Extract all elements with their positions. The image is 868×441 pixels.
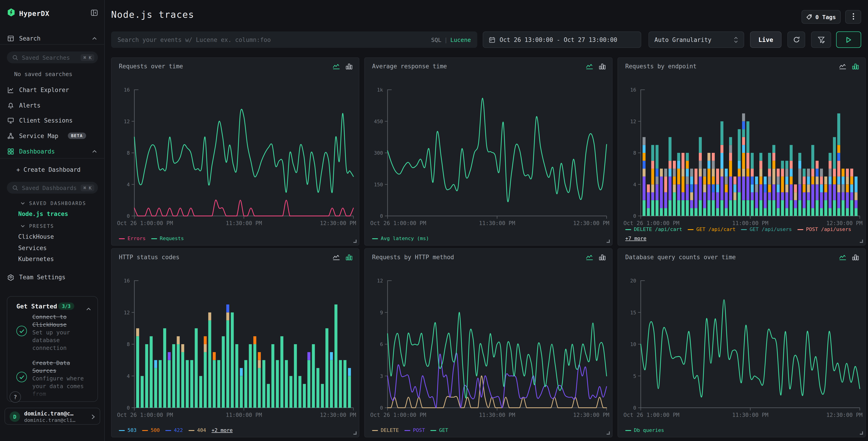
svg-text:12:30:00 PM: 12:30:00 PM [320, 220, 356, 227]
play-icon [846, 36, 851, 43]
svg-text:12: 12 [377, 278, 383, 284]
logo[interactable]: HyperDX [7, 8, 50, 19]
event-search-input[interactable]: Search your events w/ Lucene ex. column:… [111, 31, 477, 48]
user-name: dominic.tran@c… [24, 410, 73, 417]
svg-text:12: 12 [124, 119, 130, 124]
sidebar-item-chart-explorer[interactable]: Chart Explorer [7, 85, 69, 95]
live-button[interactable]: Live [750, 31, 781, 48]
svg-text:10: 10 [630, 342, 637, 347]
granularity-select[interactable]: Auto Granularity [649, 31, 744, 48]
panel-avg-response-time: Average response time01503004501kOct 26 … [364, 57, 613, 245]
app-title: HyperDX [19, 9, 50, 18]
panel-requests-by-http-method: Requests by HTTP method036912Oct 26 1:00… [364, 248, 613, 437]
dashboards-icon [7, 148, 14, 155]
user-menu[interactable]: D dominic.tran@c… dominic.tran@cli… [5, 408, 100, 424]
divider [0, 44, 105, 45]
chart-legend: Db queries [625, 427, 860, 434]
saved-dashboard-item[interactable]: Node.js traces [18, 210, 68, 217]
legend-item: POST [404, 427, 425, 434]
more-menu-button[interactable] [845, 10, 861, 24]
presets-section[interactable]: PRESETS [21, 223, 54, 229]
svg-text:12:30:00 PM: 12:30:00 PM [826, 412, 863, 418]
preset-dashboard-item[interactable]: Kubernetes [18, 256, 54, 262]
resize-handle[interactable] [607, 432, 610, 435]
chevron-up-down-icon [734, 36, 738, 43]
chevron-up-icon[interactable] [92, 146, 97, 156]
sidebar-item-dashboards[interactable]: Dashboards [7, 146, 55, 156]
svg-text:11:30:00 PM: 11:30:00 PM [226, 220, 262, 227]
shortcut-badge: ⌘ K [81, 184, 94, 191]
panel-http-status-codes: HTTP status codes0481216Oct 26 1:00:00 P… [111, 248, 359, 437]
legend-item: Requests [151, 235, 184, 242]
svg-text:300: 300 [374, 150, 383, 156]
saved-searches-input[interactable]: Saved Searches ⌘ K [7, 52, 98, 63]
legend-item: GET /api/users [741, 226, 792, 233]
chart-legend: 503500422404+2 more [119, 427, 353, 434]
resize-handle[interactable] [353, 240, 356, 243]
resize-handle[interactable] [607, 240, 610, 243]
chart-explorer-icon [7, 86, 14, 93]
svg-text:11:30:00 PM: 11:30:00 PM [479, 220, 515, 227]
help-button[interactable]: ? [9, 391, 21, 403]
sidebar-collapse-icon[interactable] [91, 9, 98, 18]
svg-text:Oct 26 1:00:00 PM: Oct 26 1:00:00 PM [117, 412, 173, 418]
filter-button[interactable] [811, 31, 831, 48]
sidebar-item-team-settings[interactable]: Team Settings [7, 272, 66, 282]
refresh-button[interactable] [787, 31, 805, 48]
sidebar-item-alerts[interactable]: Alerts [7, 100, 40, 110]
svg-text:0: 0 [127, 405, 130, 411]
resize-handle[interactable] [353, 432, 356, 435]
time-range-picker[interactable]: Oct 26 13:00:00 - Oct 27 13:00:00 [483, 31, 641, 48]
panel-db-query-counts: Database query counts over time05101520O… [618, 248, 866, 437]
beta-badge: BETA [68, 133, 86, 139]
svg-text:11:00:00 PM: 11:00:00 PM [226, 412, 262, 418]
svg-text:4: 4 [127, 182, 130, 187]
sidebar-item-search[interactable]: Search [7, 33, 40, 43]
search-icon [12, 185, 18, 190]
preset-dashboard-item[interactable]: Services [18, 244, 47, 251]
svg-text:16: 16 [124, 278, 130, 284]
legend-item: DELETE [372, 427, 399, 434]
svg-text:0: 0 [127, 213, 130, 219]
query-language-toggle[interactable]: SQL|Lucene [431, 36, 471, 43]
refresh-icon [793, 36, 800, 43]
legend-item[interactable]: +7 more [625, 235, 646, 242]
preset-dashboard-item[interactable]: ClickHouse [18, 233, 54, 240]
sidebar-item-service-map[interactable]: Service MapBETA [7, 131, 86, 141]
saved-dashboards-section[interactable]: SAVED DASHBOARDS [21, 201, 86, 206]
no-saved-searches-label: No saved searches [14, 70, 72, 78]
create-dashboard-button[interactable]: + Create Dashboard [17, 166, 81, 173]
svg-text:Oct 26 1:00:00 PM: Oct 26 1:00:00 PM [117, 220, 173, 227]
gear-icon [7, 273, 14, 281]
svg-text:0: 0 [633, 405, 636, 411]
svg-text:Oct 26 1:00:00 PM: Oct 26 1:00:00 PM [623, 412, 679, 418]
shortcut-badge: ⌘ K [81, 54, 94, 61]
play-button[interactable] [836, 31, 861, 48]
svg-text:Oct 26 1:00:00 PM: Oct 26 1:00:00 PM [370, 220, 426, 227]
svg-text:12:30:00 PM: 12:30:00 PM [573, 412, 609, 418]
service-map-icon [7, 133, 14, 139]
check-circle-icon [17, 326, 27, 336]
get-started-progress-badge: 3/3 [58, 302, 74, 310]
chevron-up-icon[interactable] [86, 304, 91, 313]
svg-text:0: 0 [380, 213, 383, 219]
fade-overlay [8, 386, 97, 401]
legend-item[interactable]: +2 more [212, 427, 233, 434]
svg-text:1k: 1k [377, 87, 383, 93]
tag-icon [806, 14, 812, 20]
svg-text:Oct 26 1:00:00 PM: Oct 26 1:00:00 PM [370, 412, 426, 418]
page-title: Node.js traces [111, 9, 194, 20]
legend-item: Db queries [625, 427, 664, 434]
resize-handle[interactable] [860, 432, 863, 435]
resize-handle[interactable] [860, 240, 863, 243]
saved-dashboards-input[interactable]: Saved Dashboards ⌘ K [7, 182, 98, 194]
hyperdx-logo-icon [7, 8, 15, 19]
tags-button[interactable]: 0 Tags [802, 10, 841, 24]
chevron-up-icon[interactable] [92, 33, 97, 43]
chart-legend: DELETEPOSTGET [372, 427, 607, 434]
svg-text:15: 15 [630, 310, 637, 316]
svg-text:8: 8 [633, 150, 636, 156]
legend-item: POST /api/users [798, 226, 851, 233]
sidebar-item-client-sessions[interactable]: Client Sessions [7, 115, 73, 125]
panel-requests-over-time: Requests over time0481216Oct 26 1:00:00 … [111, 57, 359, 245]
